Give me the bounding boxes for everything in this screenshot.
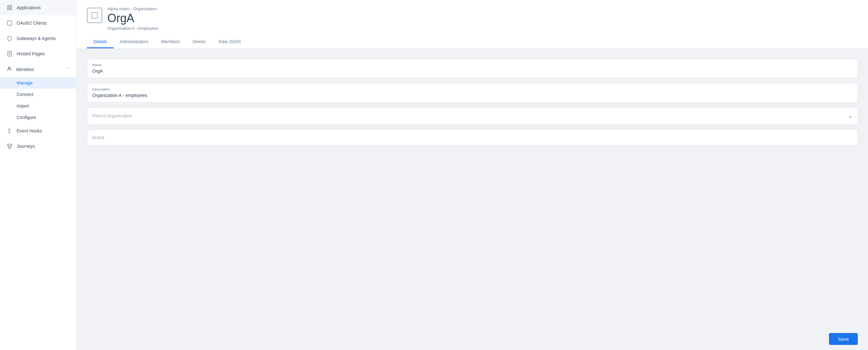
svg-rect-2 [7, 8, 9, 10]
tab-administrators[interactable]: Administrators [114, 36, 155, 48]
header-text: Alpha realm - Organization OrgA Organiza… [107, 6, 158, 31]
sidebar-item-applications[interactable]: Applications [0, 0, 76, 16]
chevron-down-icon: ⌄ [848, 113, 852, 119]
footer-bar: Save [77, 328, 868, 350]
sidebar-subitem-connect[interactable]: Connect [0, 89, 76, 100]
square-icon [6, 20, 13, 26]
name-label: Name [92, 63, 852, 67]
sidebar-item-gateways[interactable]: Gateways & Agents [0, 31, 76, 46]
svg-point-10 [8, 128, 9, 129]
tab-members-label: Members [161, 39, 180, 44]
name-input[interactable] [92, 68, 852, 74]
sidebar-group-identities-header[interactable]: Identities ⌃ [0, 61, 76, 77]
description-field[interactable]: Description [87, 83, 858, 103]
tab-bar: Details Administrators Members Owner Raw… [87, 36, 858, 48]
sidebar-subitem-configure[interactable]: Configure [0, 112, 76, 123]
svg-rect-13 [9, 147, 10, 148]
name-field[interactable]: Name [87, 59, 858, 78]
svg-rect-3 [10, 8, 12, 10]
sidebar-subitem-configure-label: Configure [17, 115, 36, 120]
sidebar-item-applications-label: Applications [17, 5, 41, 10]
form-panel: Name Description Parent Organization ⌄ B… [77, 49, 868, 328]
content-area: Name Description Parent Organization ⌄ B… [77, 49, 868, 328]
sidebar-item-oauth2[interactable]: OAuth2 Clients [0, 16, 76, 31]
document-icon [6, 51, 13, 57]
svg-rect-4 [7, 21, 12, 25]
svg-point-9 [8, 67, 10, 69]
tab-administrators-label: Administrators [120, 39, 148, 44]
grid-icon [6, 4, 13, 11]
tab-owner[interactable]: Owner [186, 36, 212, 48]
chevron-up-icon: ⌃ [67, 67, 70, 72]
sidebar-subitem-import[interactable]: Import [0, 100, 76, 112]
sidebar-item-hosted-pages-label: Hosted Pages [17, 51, 45, 56]
tab-members[interactable]: Members [155, 36, 186, 48]
parent-org-select[interactable]: Parent Organization ⌄ [87, 108, 858, 124]
header-top: Alpha realm - Organization OrgA Organiza… [87, 6, 858, 31]
svg-rect-11 [7, 144, 9, 146]
sidebar-item-oauth2-label: OAuth2 Clients [17, 21, 46, 26]
journeys-icon [6, 143, 13, 149]
main-content: Alpha realm - Organization OrgA Organiza… [77, 0, 868, 350]
sidebar-subitem-manage[interactable]: Manage [0, 77, 76, 89]
tab-owner-label: Owner [193, 39, 206, 44]
sidebar-identities-label: Identities [16, 67, 34, 72]
sidebar-item-journeys-label: Journeys [17, 144, 35, 149]
save-button[interactable]: Save [829, 333, 858, 345]
sidebar-item-event-hooks[interactable]: Event Hooks [0, 123, 76, 139]
parent-org-placeholder: Parent Organization [92, 113, 132, 118]
sidebar-subitem-connect-label: Connect [17, 92, 33, 97]
sidebar: Applications OAuth2 Clients Gateways & A… [0, 0, 77, 350]
tab-raw-json[interactable]: Raw JSON [212, 36, 247, 48]
shield-icon [6, 35, 13, 41]
sidebar-group-identities: Identities ⌃ Manage Connect Import Confi… [0, 61, 76, 123]
sidebar-item-hosted-pages[interactable]: Hosted Pages [0, 46, 76, 61]
sidebar-item-journeys[interactable]: Journeys [0, 139, 76, 154]
svg-rect-18 [92, 12, 97, 18]
tab-raw-json-label: Raw JSON [219, 39, 241, 44]
brand-select[interactable]: Brand [87, 129, 858, 146]
description-input[interactable] [92, 93, 852, 98]
org-icon [87, 8, 102, 23]
sidebar-item-gateways-label: Gateways & Agents [17, 36, 56, 41]
sidebar-subitem-manage-label: Manage [17, 80, 33, 85]
description-label: Description [92, 87, 852, 91]
svg-rect-0 [7, 5, 9, 7]
tab-details[interactable]: Details [87, 36, 114, 48]
brand-placeholder: Brand [92, 135, 104, 140]
sidebar-subitem-import-label: Import [17, 103, 29, 109]
hook-icon [6, 128, 13, 134]
sidebar-item-event-hooks-label: Event Hooks [17, 128, 42, 134]
realm-label: Alpha realm - Organization [107, 6, 158, 11]
sidebar-identities-subitems: Manage Connect Import Configure [0, 77, 76, 123]
tab-details-label: Details [93, 39, 107, 44]
person-icon [6, 66, 12, 72]
page-title: OrgA [107, 12, 158, 25]
page-subtitle: Organization A - employees [107, 26, 158, 31]
svg-rect-1 [10, 5, 12, 7]
page-header: Alpha realm - Organization OrgA Organiza… [77, 0, 868, 49]
svg-rect-12 [10, 144, 12, 146]
